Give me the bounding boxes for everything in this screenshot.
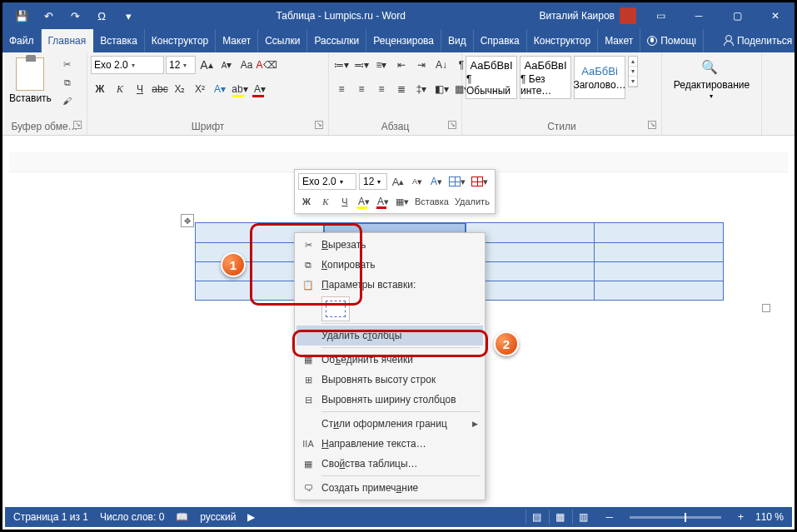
- mt-highlight[interactable]: A▾: [356, 193, 372, 210]
- mt-styles[interactable]: A▾: [428, 173, 445, 190]
- font-select[interactable]: Exo 2.0▾: [91, 56, 164, 74]
- zoom-in[interactable]: +: [738, 511, 744, 523]
- mt-delete[interactable]: ▾: [470, 173, 490, 190]
- numbering-button[interactable]: ≕▾: [352, 56, 371, 74]
- justify[interactable]: ≣: [392, 80, 411, 98]
- underline-button[interactable]: Ч: [131, 80, 149, 98]
- close-button[interactable]: ✕: [756, 2, 795, 29]
- user-area[interactable]: Виталий Каиров: [534, 7, 641, 24]
- qat-more[interactable]: ▾: [117, 5, 139, 27]
- tab-table-layout[interactable]: Макет: [598, 29, 640, 52]
- zoom-out[interactable]: ─: [605, 511, 613, 523]
- mt-insert-label[interactable]: Вставка: [413, 193, 451, 210]
- qat-redo[interactable]: ↷: [64, 5, 86, 27]
- mt-shrink[interactable]: A▾: [409, 173, 426, 190]
- subscript-button[interactable]: X₂: [171, 80, 189, 98]
- status-page[interactable]: Страница 1 из 1: [13, 511, 88, 523]
- mt-italic[interactable]: К: [317, 193, 334, 210]
- italic-button[interactable]: К: [111, 80, 129, 98]
- shrink-font[interactable]: A▾: [217, 56, 236, 74]
- format-painter-button[interactable]: 🖌: [59, 92, 76, 109]
- style-heading1[interactable]: АаБбВіЗаголово…: [574, 56, 625, 99]
- status-lang[interactable]: русский: [200, 511, 236, 523]
- tab-design[interactable]: Конструктор: [145, 29, 216, 52]
- copy-button[interactable]: ⧉: [59, 74, 76, 91]
- font-color-button[interactable]: A▾: [251, 80, 269, 98]
- tab-review[interactable]: Рецензирова: [366, 29, 441, 52]
- shading-button[interactable]: ◧▾: [432, 80, 451, 98]
- change-case[interactable]: Aa: [237, 56, 256, 74]
- tab-refs[interactable]: Ссылки: [258, 29, 307, 52]
- table-resize-handle[interactable]: [762, 304, 770, 312]
- mt-underline[interactable]: Ч: [336, 193, 353, 210]
- mt-size[interactable]: 12▾: [359, 173, 387, 190]
- line-spacing[interactable]: ‡▾: [412, 80, 431, 98]
- ctx-delete-columns[interactable]: Удалить столбцы: [296, 326, 483, 346]
- editing-button[interactable]: Редактирование ▾: [670, 56, 753, 102]
- tab-file[interactable]: Файл: [2, 29, 42, 52]
- mt-font[interactable]: Exo 2.0▾: [298, 173, 356, 190]
- maximize-button[interactable]: ▢: [718, 2, 756, 29]
- qat-undo[interactable]: ↶: [37, 5, 59, 27]
- style-normal[interactable]: АаБбВвІ¶ Обычный: [466, 56, 517, 99]
- mt-font-color[interactable]: A▾: [375, 193, 391, 210]
- mt-insert[interactable]: ▾: [447, 173, 467, 190]
- tab-table-design[interactable]: Конструктор: [527, 29, 598, 52]
- ctx-cut[interactable]: ✂Вырезать: [296, 235, 483, 255]
- ctx-copy[interactable]: ⧉Копировать: [296, 255, 483, 275]
- align-right[interactable]: ≡: [372, 80, 391, 98]
- strike-button[interactable]: abc: [151, 80, 169, 98]
- minimize-button[interactable]: ─: [680, 2, 718, 29]
- mt-grow[interactable]: A▴: [390, 173, 406, 190]
- ctx-paste-keep-formatting[interactable]: [321, 296, 350, 321]
- tab-layout[interactable]: Макет: [216, 29, 258, 52]
- ribbon-display[interactable]: ▭: [641, 2, 680, 29]
- view-web[interactable]: ▥: [572, 510, 594, 525]
- clear-format[interactable]: A⌫: [257, 56, 276, 74]
- bold-button[interactable]: Ж: [91, 80, 109, 98]
- view-read[interactable]: ▤: [526, 510, 547, 525]
- ctx-table-props[interactable]: ▦Свойства таблицы…: [296, 454, 483, 474]
- ctx-new-comment[interactable]: 🗨Создать примечание: [296, 478, 483, 498]
- ctx-border-styles[interactable]: Стили оформления границ▶: [296, 414, 483, 434]
- zoom-level[interactable]: 110 %: [755, 511, 784, 523]
- inc-indent[interactable]: ⇥: [412, 56, 431, 74]
- styles-gallery-more[interactable]: ▴▾▾: [628, 56, 638, 87]
- align-center[interactable]: ≡: [352, 80, 371, 98]
- multilevel-button[interactable]: ≡▾: [372, 56, 391, 74]
- style-nospacing[interactable]: АаБбВвІ¶ Без инте…: [520, 56, 571, 99]
- mt-bold[interactable]: Ж: [298, 193, 315, 210]
- status-words[interactable]: Число слов: 0: [100, 511, 164, 523]
- tab-help[interactable]: Справка: [474, 29, 527, 52]
- ctx-merge[interactable]: ▦Объединить ячейки: [296, 350, 483, 370]
- tab-view[interactable]: Вид: [441, 29, 474, 52]
- share-button[interactable]: Поделиться: [717, 29, 797, 52]
- status-macro[interactable]: ▶: [247, 511, 255, 523]
- highlight-button[interactable]: ab▾: [231, 80, 249, 98]
- sort-button[interactable]: A↓: [432, 56, 451, 74]
- size-select[interactable]: 12▾: [166, 56, 196, 74]
- view-print[interactable]: ▦: [549, 510, 570, 525]
- mt-borders[interactable]: ▦▾: [394, 193, 411, 210]
- bullets-button[interactable]: ≔▾: [332, 56, 351, 74]
- ctx-text-dir[interactable]: IIАНаправление текста…: [296, 434, 483, 454]
- tab-tell-me[interactable]: Помощι: [640, 29, 704, 52]
- ctx-dist-cols[interactable]: ⊟Выровнять ширину столбцов: [296, 390, 483, 410]
- text-effects[interactable]: A▾: [211, 80, 229, 98]
- grow-font[interactable]: A▴: [197, 56, 216, 74]
- align-left[interactable]: ≡: [332, 80, 351, 98]
- tab-home[interactable]: Главная: [42, 29, 94, 52]
- status-proof[interactable]: 📖: [176, 511, 188, 523]
- paste-button[interactable]: Вставить: [6, 56, 55, 106]
- mt-delete-label[interactable]: Удалить: [453, 193, 491, 210]
- ctx-dist-rows[interactable]: ⊞Выровнять высоту строк: [296, 370, 483, 390]
- dec-indent[interactable]: ⇤: [392, 56, 411, 74]
- zoom-slider[interactable]: [630, 516, 721, 519]
- cut-button[interactable]: ✂: [59, 56, 76, 72]
- tab-insert[interactable]: Вставка: [93, 29, 145, 52]
- superscript-button[interactable]: X²: [191, 80, 209, 98]
- tab-mail[interactable]: Рассылки: [307, 29, 366, 52]
- qat-symbol[interactable]: Ω: [91, 5, 112, 27]
- ctx-paste-options[interactable]: 📋Параметры вставки:: [296, 275, 483, 295]
- table-move-handle[interactable]: ✥: [181, 214, 194, 227]
